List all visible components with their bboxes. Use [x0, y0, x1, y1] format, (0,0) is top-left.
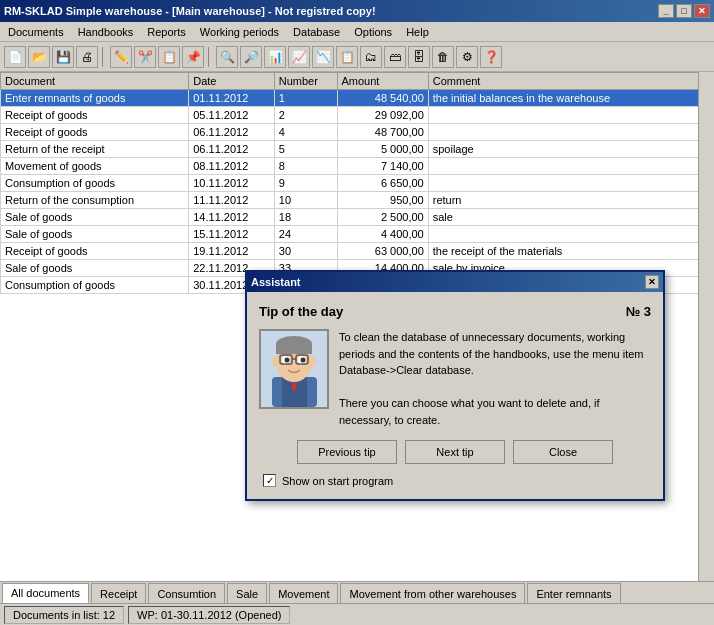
dialog-content: Tip of the day № 3 — [247, 292, 663, 499]
table-row[interactable]: Receipt of goods05.11.2012229 092,00 — [1, 107, 714, 124]
cell-amount: 4 400,00 — [337, 226, 428, 243]
minimize-button[interactable]: _ — [658, 4, 674, 18]
cell-document: Sale of goods — [1, 260, 189, 277]
window-title: RM-SKLAD Simple warehouse - [Main wareho… — [4, 5, 376, 17]
status-bar: Documents in list: 12 WP: 01-30.11.2012 … — [0, 603, 714, 625]
toolbar-btn-3[interactable]: 💾 — [52, 46, 74, 68]
close-dialog-button[interactable]: Close — [513, 440, 613, 464]
cell-number: 9 — [274, 175, 337, 192]
menu-help[interactable]: Help — [400, 24, 435, 40]
dialog-footer: ✓ Show on start program — [259, 474, 651, 487]
show-on-start-label: Show on start program — [282, 475, 393, 487]
toolbar-btn-4[interactable]: 🖨 — [76, 46, 98, 68]
svg-point-6 — [272, 357, 280, 367]
table-row[interactable]: Consumption of goods10.11.201296 650,00 — [1, 175, 714, 192]
documents-table: Document Date Number Amount Comment Ente… — [0, 72, 714, 294]
toolbar-btn-2[interactable]: 📂 — [28, 46, 50, 68]
cell-comment — [428, 107, 713, 124]
toolbar-btn-8[interactable]: 📌 — [182, 46, 204, 68]
col-header-document[interactable]: Document — [1, 73, 189, 90]
tab-receipt[interactable]: Receipt — [91, 583, 146, 603]
toolbar-btn-7[interactable]: 📋 — [158, 46, 180, 68]
cell-amount: 7 140,00 — [337, 158, 428, 175]
col-header-date[interactable]: Date — [189, 73, 275, 90]
cell-document: Movement of goods — [1, 158, 189, 175]
table-row[interactable]: Movement of goods08.11.201287 140,00 — [1, 158, 714, 175]
cell-number: 8 — [274, 158, 337, 175]
scrollbar[interactable] — [698, 72, 714, 581]
cell-document: Consumption of goods — [1, 277, 189, 294]
dialog-tip-paragraph-1: To clean the database of unnecessary doc… — [339, 329, 651, 379]
cell-number: 4 — [274, 124, 337, 141]
cell-date: 19.11.2012 — [189, 243, 275, 260]
col-header-comment[interactable]: Comment — [428, 73, 713, 90]
cell-number: 5 — [274, 141, 337, 158]
menu-reports[interactable]: Reports — [141, 24, 192, 40]
close-window-button[interactable]: ✕ — [694, 4, 710, 18]
table-row[interactable]: Return of the consumption11.11.201210950… — [1, 192, 714, 209]
table-row[interactable]: Enter remnants of goods01.11.2012148 540… — [1, 90, 714, 107]
tab-sale[interactable]: Sale — [227, 583, 267, 603]
toolbar-btn-5[interactable]: ✏️ — [110, 46, 132, 68]
table-row[interactable]: Receipt of goods19.11.20123063 000,00the… — [1, 243, 714, 260]
cell-amount: 950,00 — [337, 192, 428, 209]
toolbar-btn-6[interactable]: ✂️ — [134, 46, 156, 68]
toolbar-btn-20[interactable]: ❓ — [480, 46, 502, 68]
cell-date: 15.11.2012 — [189, 226, 275, 243]
maximize-button[interactable]: □ — [676, 4, 692, 18]
toolbar-btn-10[interactable]: 🔎 — [240, 46, 262, 68]
toolbar-btn-13[interactable]: 📉 — [312, 46, 334, 68]
dialog-title-bar: Assistant ✕ — [247, 272, 663, 292]
tab-enter-remnants[interactable]: Enter remnants — [527, 583, 620, 603]
cell-date: 14.11.2012 — [189, 209, 275, 226]
cell-number: 30 — [274, 243, 337, 260]
toolbar-btn-18[interactable]: 🗑 — [432, 46, 454, 68]
cell-amount: 6 650,00 — [337, 175, 428, 192]
cell-document: Return of the receipt — [1, 141, 189, 158]
toolbar-btn-11[interactable]: 📊 — [264, 46, 286, 68]
svg-rect-12 — [280, 355, 292, 364]
toolbar-btn-17[interactable]: 🗄 — [408, 46, 430, 68]
table-row[interactable]: Sale of goods14.11.2012182 500,00sale — [1, 209, 714, 226]
toolbar-btn-12[interactable]: 📈 — [288, 46, 310, 68]
cell-document: Consumption of goods — [1, 175, 189, 192]
toolbar-btn-1[interactable]: 📄 — [4, 46, 26, 68]
tab-consumtion[interactable]: Consumtion — [148, 583, 225, 603]
dialog-close-button[interactable]: ✕ — [645, 275, 659, 289]
toolbar-btn-9[interactable]: 🔍 — [216, 46, 238, 68]
tab-all-documents[interactable]: All documents — [2, 583, 89, 603]
cell-document: Sale of goods — [1, 209, 189, 226]
toolbar-btn-15[interactable]: 🗂 — [360, 46, 382, 68]
avatar — [259, 329, 329, 409]
tab-movement[interactable]: Movement — [269, 583, 338, 603]
svg-point-7 — [308, 357, 316, 367]
menu-bar: Documents Handbooks Reports Working peri… — [0, 22, 714, 42]
cell-document: Receipt of goods — [1, 243, 189, 260]
toolbar-btn-16[interactable]: 🗃 — [384, 46, 406, 68]
menu-options[interactable]: Options — [348, 24, 398, 40]
menu-handbooks[interactable]: Handbooks — [72, 24, 140, 40]
cell-date: 08.11.2012 — [189, 158, 275, 175]
assistant-dialog[interactable]: Assistant ✕ Tip of the day № 3 — [245, 270, 665, 501]
next-tip-button[interactable]: Next tip — [405, 440, 505, 464]
col-header-number[interactable]: Number — [274, 73, 337, 90]
tab-movement-other[interactable]: Movement from other warehouses — [340, 583, 525, 603]
cell-comment — [428, 226, 713, 243]
toolbar-btn-19[interactable]: ⚙ — [456, 46, 478, 68]
svg-rect-5 — [276, 344, 312, 354]
cell-comment: sale — [428, 209, 713, 226]
cell-amount: 63 000,00 — [337, 243, 428, 260]
toolbar: 📄 📂 💾 🖨 ✏️ ✂️ 📋 📌 🔍 🔎 📊 📈 📉 📋 🗂 🗃 🗄 🗑 ⚙ … — [0, 42, 714, 72]
show-on-start-checkbox[interactable]: ✓ — [263, 474, 276, 487]
col-header-amount[interactable]: Amount — [337, 73, 428, 90]
cell-number: 1 — [274, 90, 337, 107]
menu-working-periods[interactable]: Working periods — [194, 24, 285, 40]
menu-database[interactable]: Database — [287, 24, 346, 40]
table-row[interactable]: Receipt of goods06.11.2012448 700,00 — [1, 124, 714, 141]
toolbar-btn-14[interactable]: 📋 — [336, 46, 358, 68]
menu-documents[interactable]: Documents — [2, 24, 70, 40]
table-row[interactable]: Sale of goods15.11.2012244 400,00 — [1, 226, 714, 243]
previous-tip-button[interactable]: Previous tip — [297, 440, 397, 464]
table-row[interactable]: Return of the receipt06.11.201255 000,00… — [1, 141, 714, 158]
dialog-tip-text: To clean the database of unnecessary doc… — [339, 329, 651, 428]
